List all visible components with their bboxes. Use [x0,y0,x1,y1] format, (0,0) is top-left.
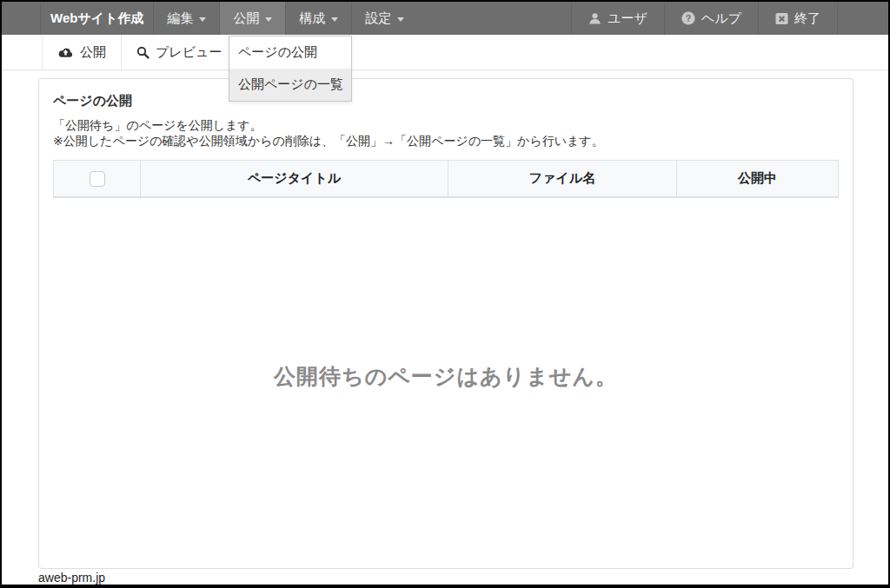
app-brand[interactable]: Webサイト作成 [41,2,153,35]
toolbar: 公開 プレビュー [2,35,888,70]
chevron-down-icon [265,17,272,22]
page-title: ページの公開 [53,93,839,109]
description-line-1: 「公開待ち」のページを公開します。 [53,118,262,132]
nav-help-button[interactable]: ? ヘルプ [664,2,758,35]
table-header-checkbox-cell [54,161,140,196]
search-icon [136,46,149,59]
select-all-checkbox[interactable] [90,171,105,187]
help-icon: ? [681,11,695,25]
preview-button-label: プレビュー [156,44,222,61]
cloud-upload-icon [57,46,74,59]
page-description: 「公開待ち」のページを公開します。 ※公開したページの確認や公開領域からの削除は… [53,117,839,149]
table-header-published: 公開中 [676,161,838,196]
empty-state-message: 公開待ちのページはありません。 [274,362,618,391]
nav-help-label: ヘルプ [701,10,741,27]
nav-user-button[interactable]: ユーザ [571,2,664,35]
menu-publish[interactable]: 公開 [219,2,285,35]
chevron-down-icon [331,17,338,22]
app-window: Webサイト作成 編集 公開 構成 設定 ユーザ [0,0,890,588]
dropdown-item-page-publish[interactable]: ページの公開 [229,36,351,69]
publish-button[interactable]: 公開 [43,35,122,69]
menu-structure[interactable]: 構成 [285,2,351,35]
menu-edit-label: 編集 [167,10,193,27]
chevron-down-icon [199,17,206,22]
menu-publish-label: 公開 [233,10,259,27]
navbar-left-pad [2,2,41,35]
table-empty-area: 公開待ちのページはありません。 [53,198,839,554]
nav-exit-button[interactable]: 終了 [758,2,838,35]
exit-icon [775,12,788,25]
chevron-down-icon [397,17,404,22]
content-card: ページの公開 「公開待ち」のページを公開します。 ※公開したページの確認や公開領… [38,78,853,569]
table-header-page-title: ページタイトル [140,161,448,196]
footer-domain: aweb-prm.jp [38,568,105,585]
svg-text:?: ? [686,13,691,23]
preview-button[interactable]: プレビュー [122,35,237,69]
top-navbar: Webサイト作成 編集 公開 構成 設定 ユーザ [2,2,888,35]
publish-menu-dropdown: ページの公開 公開ページの一覧 [229,36,352,102]
publish-button-label: 公開 [80,44,106,61]
toolbar-left-pad [2,35,43,69]
user-icon [588,12,601,25]
menu-structure-label: 構成 [299,10,325,27]
menu-settings[interactable]: 設定 [351,2,417,35]
nav-user-label: ユーザ [608,10,648,27]
table-header-file-name: ファイル名 [448,161,676,196]
menu-edit[interactable]: 編集 [153,2,219,35]
menu-settings-label: 設定 [365,10,391,27]
dropdown-item-published-list[interactable]: 公開ページの一覧 [229,69,351,101]
nav-exit-label: 終了 [794,10,820,27]
navbar-spacer [417,2,571,35]
table-header-row: ページタイトル ファイル名 公開中 [53,160,839,198]
description-line-2: ※公開したページの確認や公開領域からの削除は、「公開」→「公開ページの一覧」から… [53,134,604,148]
